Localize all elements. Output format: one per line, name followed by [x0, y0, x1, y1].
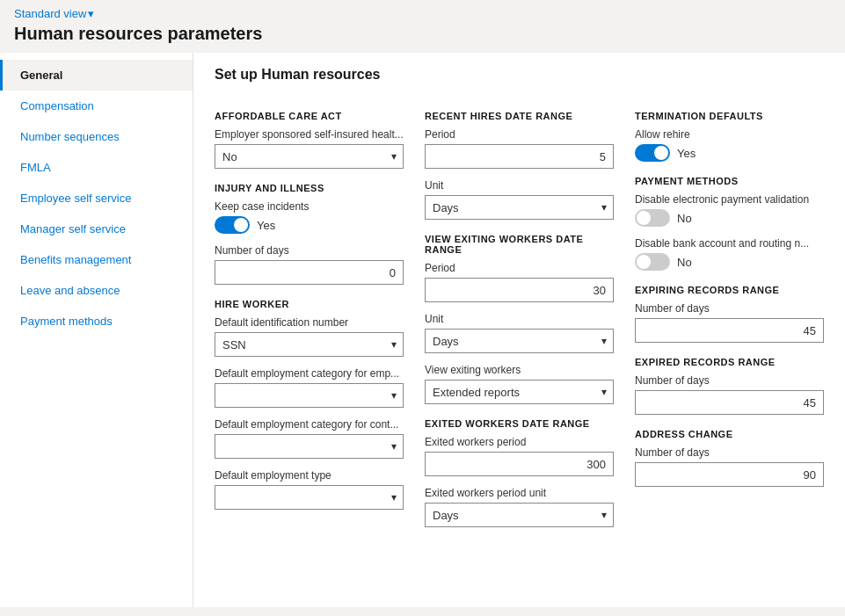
- exited-workers-unit-label: Exited workers period unit: [425, 487, 614, 499]
- disable-bank-slider: [635, 253, 670, 271]
- view-exiting-unit-label: Unit: [425, 313, 614, 325]
- default-emp-type-select[interactable]: [215, 485, 404, 510]
- expiring-records-header: EXPIRING RECORDS RANGE: [635, 285, 824, 295]
- termination-defaults-header: TERMINATION DEFAULTS: [635, 111, 824, 121]
- disable-bank-toggle-label: No: [677, 256, 692, 269]
- allow-rehire-toggle-row: Yes: [635, 144, 824, 162]
- view-exiting-period-input[interactable]: [425, 278, 614, 302]
- exited-workers-period-input[interactable]: [425, 452, 614, 476]
- sidebar-item-manager-self-service[interactable]: Manager self service: [0, 214, 193, 244]
- view-exiting-unit-select[interactable]: Days Weeks Months: [425, 329, 614, 353]
- expiring-records-days-label: Number of days: [635, 302, 824, 315]
- content-section-title: Set up Human resources: [215, 67, 824, 83]
- allow-rehire-label: Allow rehire: [635, 128, 824, 141]
- allow-rehire-field: Allow rehire Yes: [635, 128, 824, 162]
- sidebar-label-fmla: FMLA: [20, 161, 51, 174]
- col-1: AFFORDABLE CARE ACT Employer sponsored s…: [215, 97, 404, 538]
- sidebar-item-general[interactable]: General: [0, 60, 193, 91]
- keep-case-toggle[interactable]: [215, 216, 250, 234]
- default-emp-cat-cont-field: Default employment category for cont...: [215, 418, 404, 459]
- hire-worker-header: HIRE WORKER: [215, 299, 404, 309]
- disable-bank-toggle[interactable]: [635, 253, 670, 271]
- payment-methods-header: PAYMENT METHODS: [635, 176, 824, 186]
- default-emp-cat-emp-select[interactable]: [215, 383, 404, 408]
- standard-view-label: Standard view: [14, 7, 86, 20]
- default-emp-type-label: Default employment type: [215, 469, 404, 482]
- default-emp-cat-cont-select[interactable]: [215, 434, 404, 459]
- disable-electronic-slider: [635, 209, 670, 227]
- sidebar-item-payment-methods[interactable]: Payment methods: [0, 306, 193, 337]
- address-change-days-input[interactable]: [635, 462, 824, 487]
- view-exiting-workers-header: VIEW EXITING WORKERS DATE RANGE: [425, 234, 614, 255]
- expired-records-header: EXPIRED RECORDS RANGE: [635, 357, 824, 367]
- recent-hires-unit-label: Unit: [425, 179, 614, 192]
- address-change-header: ADDRESS CHANGE: [635, 429, 824, 439]
- sidebar: General Compensation Number sequences FM…: [0, 53, 193, 607]
- sidebar-item-compensation[interactable]: Compensation: [0, 91, 193, 121]
- address-change-days-field: Number of days: [635, 446, 824, 487]
- sidebar-label-number-sequences: Number sequences: [20, 130, 120, 143]
- allow-rehire-toggle-label: Yes: [677, 147, 696, 160]
- sidebar-item-employee-self-service[interactable]: Employee self service: [0, 183, 193, 214]
- sidebar-item-benefits-management[interactable]: Benefits management: [0, 244, 193, 275]
- recent-hires-period-field: Period: [425, 128, 614, 169]
- view-exiting-workers-select[interactable]: Extended reports Direct reports All work…: [425, 380, 614, 404]
- default-emp-cat-cont-label: Default employment category for cont...: [215, 418, 404, 431]
- sidebar-item-number-sequences[interactable]: Number sequences: [0, 121, 193, 152]
- keep-case-label: Keep case incidents: [215, 200, 404, 213]
- default-emp-cat-emp-label: Default employment category for emp...: [215, 367, 404, 380]
- sidebar-item-leave-and-absence[interactable]: Leave and absence: [0, 275, 193, 306]
- recent-hires-period-input[interactable]: [425, 144, 614, 169]
- employer-sponsored-select[interactable]: No Yes: [215, 144, 404, 169]
- keep-case-field: Keep case incidents Yes: [215, 200, 404, 234]
- expired-records-days-input[interactable]: [635, 390, 824, 415]
- chevron-down-icon: ▾: [88, 7, 94, 20]
- exited-workers-header: EXITED WORKERS DATE RANGE: [425, 418, 614, 429]
- num-days-injury-input[interactable]: [215, 260, 404, 285]
- allow-rehire-toggle[interactable]: [635, 144, 670, 162]
- disable-electronic-field: Disable electronic payment validation No: [635, 193, 824, 227]
- recent-hires-unit-select-wrapper: Days Weeks Months: [425, 195, 614, 220]
- affordable-care-act-header: AFFORDABLE CARE ACT: [215, 111, 404, 121]
- exited-workers-unit-select-wrapper: Days Weeks Months: [425, 503, 614, 527]
- employer-sponsored-field: Employer sponsored self-insured healt...…: [215, 128, 404, 169]
- recent-hires-unit-field: Unit Days Weeks Months: [425, 179, 614, 220]
- exited-workers-unit-select[interactable]: Days Weeks Months: [425, 503, 614, 527]
- sidebar-label-employee-self-service: Employee self service: [20, 192, 131, 205]
- allow-rehire-slider: [635, 144, 670, 162]
- view-exiting-period-field: Period: [425, 262, 614, 302]
- default-emp-cat-cont-select-wrapper: [215, 434, 404, 459]
- sidebar-label-benefits-management: Benefits management: [20, 253, 131, 266]
- default-id-select[interactable]: SSN Other: [215, 332, 404, 357]
- sidebar-label-compensation: Compensation: [20, 99, 94, 112]
- default-id-label: Default identification number: [215, 316, 404, 329]
- col-2: RECENT HIRES DATE RANGE Period Unit Days…: [425, 97, 614, 538]
- num-days-injury-field: Number of days: [215, 244, 404, 285]
- page-title: Human resources parameters: [0, 24, 845, 53]
- sidebar-label-leave-and-absence: Leave and absence: [20, 284, 120, 297]
- recent-hires-period-label: Period: [425, 128, 614, 141]
- disable-electronic-toggle-label: No: [677, 212, 692, 225]
- default-emp-type-select-wrapper: [215, 485, 404, 510]
- exited-workers-period-label: Exited workers period: [425, 436, 614, 448]
- view-exiting-period-label: Period: [425, 262, 614, 274]
- address-change-days-label: Number of days: [635, 446, 824, 459]
- sidebar-label-manager-self-service: Manager self service: [20, 222, 126, 236]
- standard-view-button[interactable]: Standard view ▾: [14, 7, 94, 20]
- disable-electronic-toggle[interactable]: [635, 209, 670, 227]
- sidebar-item-fmla[interactable]: FMLA: [0, 152, 193, 183]
- employer-sponsored-select-wrapper: No Yes: [215, 144, 404, 169]
- expired-records-days-field: Number of days: [635, 374, 824, 415]
- keep-case-toggle-row: Yes: [215, 216, 404, 234]
- recent-hires-unit-select[interactable]: Days Weeks Months: [425, 195, 614, 220]
- default-emp-type-field: Default employment type: [215, 469, 404, 510]
- exited-workers-period-field: Exited workers period: [425, 436, 614, 476]
- expiring-records-days-input[interactable]: [635, 318, 824, 343]
- disable-bank-label: Disable bank account and routing n...: [635, 237, 824, 250]
- disable-bank-toggle-row: No: [635, 253, 824, 271]
- exited-workers-unit-field: Exited workers period unit Days Weeks Mo…: [425, 487, 614, 527]
- view-exiting-workers-select-wrapper: Extended reports Direct reports All work…: [425, 380, 614, 404]
- keep-case-slider: [215, 216, 250, 234]
- sections-grid: AFFORDABLE CARE ACT Employer sponsored s…: [215, 97, 824, 538]
- col-3: TERMINATION DEFAULTS Allow rehire Yes PA…: [635, 97, 824, 538]
